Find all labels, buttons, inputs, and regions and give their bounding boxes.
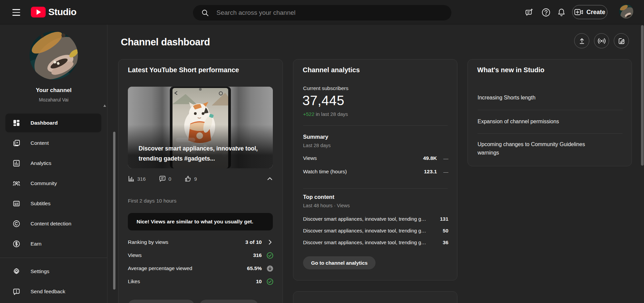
sidebar-item-content-detection[interactable]: Content detection xyxy=(0,214,107,234)
summary-label: Views xyxy=(303,155,423,161)
performance-callout: Nice! Views are similar to what you usua… xyxy=(128,213,273,230)
summary-subtitle: Last 28 days xyxy=(303,143,331,148)
summary-row-views: Views 49.8K — xyxy=(303,153,448,163)
sidebar-item-label: Content xyxy=(31,140,49,146)
search-icon xyxy=(201,9,209,17)
help-icon[interactable] xyxy=(541,7,551,17)
short-card-actions: Go to video analytics See comments (0) xyxy=(128,300,258,303)
whats-new-card: What's new in Studio Increasing Shorts l… xyxy=(467,59,632,166)
sidebar-item-label: Subtitles xyxy=(31,201,50,207)
check-circle-green-icon xyxy=(266,252,274,259)
down-arrow-circle-icon xyxy=(266,265,274,272)
sidebar-item-subtitles[interactable]: Subtitles xyxy=(0,193,107,214)
youtube-play-icon xyxy=(31,7,46,17)
summary-value: 123.1 xyxy=(424,169,437,175)
go-to-video-analytics-button[interactable]: Go to video analytics xyxy=(128,300,195,303)
scrollbar-thumb[interactable] xyxy=(113,132,115,290)
content-views: 131 xyxy=(440,216,448,222)
divider xyxy=(478,133,623,134)
go-live-button[interactable] xyxy=(594,33,609,48)
metric-row-likes: Likes 10 xyxy=(128,276,274,287)
top-content-row[interactable]: Discover smart appliances, innovatve too… xyxy=(303,225,448,235)
channel-analytics-card: Channel analytics Current subscribers 37… xyxy=(293,59,457,280)
create-video-icon xyxy=(574,8,583,16)
search-bar[interactable] xyxy=(193,5,451,20)
delta-value: +522 xyxy=(303,111,314,117)
account-avatar[interactable] xyxy=(619,4,633,18)
metric-value: 3 of 10 xyxy=(245,239,262,245)
metric-row-ranking[interactable]: Ranking by views 3 of 10 xyxy=(128,237,274,248)
short-video-thumbnail[interactable]: Discover smart appliances, innovatve too… xyxy=(128,87,273,168)
brand-name: Studio xyxy=(48,7,77,17)
page-title: Channel dashboard xyxy=(121,37,210,48)
youtube-studio-app: Studio xyxy=(0,0,644,303)
feedback-bubble-icon xyxy=(12,288,20,296)
create-button[interactable]: Create xyxy=(572,5,607,19)
sidebar-item-label: Earn xyxy=(31,241,42,247)
go-to-channel-analytics-button[interactable]: Go to channel analytics xyxy=(303,256,376,269)
top-content-subtitle: Last 48 hours · Views xyxy=(303,203,350,208)
short-video-title: Discover smart appliances, innovatve too… xyxy=(139,143,263,164)
copyright-icon xyxy=(12,220,20,228)
channel-avatar[interactable] xyxy=(30,31,78,80)
check-circle-green-icon xyxy=(266,278,274,285)
dashboard-icon xyxy=(12,119,20,127)
trend-flat-icon: — xyxy=(442,169,448,175)
whats-new-item[interactable]: Expansion of channel permissions xyxy=(478,117,605,126)
content-title: Discover smart appliances, innovatve too… xyxy=(303,240,443,245)
performance-period: First 2 days 10 hours xyxy=(128,198,177,204)
sidebar-item-label: Analytics xyxy=(31,160,51,166)
content-title: Discover smart appliances, innovatve too… xyxy=(303,228,443,233)
sidebar-item-earn[interactable]: Earn xyxy=(0,234,107,254)
short-performance-card: Latest YouTube Short performance xyxy=(118,59,283,303)
page-scrollbar-thumb[interactable] xyxy=(641,25,644,166)
collapse-chevron-up-icon[interactable] xyxy=(266,175,274,182)
summary-title: Summary xyxy=(303,134,328,140)
likes-count: 9 xyxy=(194,176,197,182)
divider xyxy=(478,110,623,110)
subscribers-count: 37,445 xyxy=(302,93,344,108)
your-channel-label: Your channel xyxy=(0,87,107,94)
sidebar-item-label: Settings xyxy=(31,268,49,274)
search-input[interactable] xyxy=(216,9,446,16)
hamburger-menu-icon[interactable] xyxy=(11,7,22,17)
sidebar-item-settings[interactable]: Settings xyxy=(0,261,107,282)
whats-new-feedback-icon[interactable] xyxy=(524,7,534,17)
metric-label: Views xyxy=(128,252,253,258)
sidebar-item-analytics[interactable]: Analytics xyxy=(0,153,107,173)
sidebar-footer-nav: Settings Send feedback xyxy=(0,261,107,302)
subtitles-icon xyxy=(12,200,20,208)
top-bar: Studio xyxy=(0,0,644,25)
comments-count: 0 xyxy=(168,176,171,182)
top-content-row[interactable]: Discover smart appliances, innovatve too… xyxy=(303,214,448,224)
delta-suffix: in last 28 days xyxy=(314,111,348,117)
upload-videos-button[interactable] xyxy=(574,33,589,48)
sidebar-item-label: Send feedback xyxy=(31,289,65,295)
chevron-right-icon[interactable] xyxy=(266,239,274,246)
notifications-bell-icon[interactable] xyxy=(556,7,566,17)
sidebar-item-label: Content detection xyxy=(31,221,71,227)
content-icon xyxy=(12,139,20,147)
views-stat: 316 xyxy=(128,175,146,182)
comment-icon xyxy=(159,175,166,182)
sidebar-scrollbar[interactable] xyxy=(103,104,106,276)
metric-value: 65.5% xyxy=(247,265,262,271)
sidebar-item-send-feedback[interactable]: Send feedback xyxy=(0,282,107,302)
partially-visible-card xyxy=(293,291,457,303)
divider xyxy=(303,188,448,189)
scrollbar-up-arrow[interactable] xyxy=(103,104,106,107)
sidebar-item-dashboard[interactable]: Dashboard xyxy=(0,113,107,133)
whats-new-item[interactable]: Increasing Shorts length xyxy=(478,93,605,102)
dollar-icon xyxy=(12,240,20,248)
short-stats-row: 316 0 9 xyxy=(128,174,274,183)
metric-label: Average percentage viewed xyxy=(128,265,247,271)
sidebar-item-content[interactable]: Content xyxy=(0,133,107,153)
likes-stat: 9 xyxy=(185,175,197,182)
youtube-studio-logo[interactable]: Studio xyxy=(31,7,77,17)
whats-new-item[interactable]: Upcoming changes to Community Guidelines… xyxy=(478,140,595,157)
see-comments-button[interactable]: See comments (0) xyxy=(199,300,258,303)
sidebar-item-community[interactable]: Community xyxy=(0,173,107,193)
top-content-row[interactable]: Discover smart appliances, innovatve too… xyxy=(303,237,448,247)
edit-button[interactable] xyxy=(614,33,629,48)
content-views: 50 xyxy=(443,228,448,233)
